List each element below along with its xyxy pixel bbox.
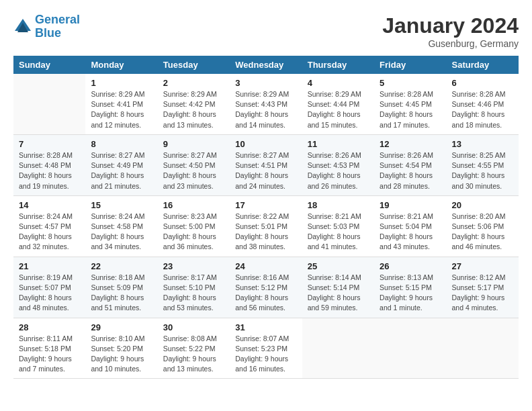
- day-number: 16: [163, 200, 224, 210]
- calendar-cell: 7 Sunrise: 8:28 AMSunset: 4:48 PMDayligh…: [13, 134, 85, 195]
- day-number: 12: [380, 139, 441, 149]
- calendar-cell: 26 Sunrise: 8:13 AMSunset: 5:15 PMDaylig…: [374, 257, 446, 318]
- day-info: Sunrise: 8:26 AMSunset: 4:54 PMDaylight:…: [380, 150, 441, 191]
- day-number: 6: [452, 78, 513, 88]
- day-number: 11: [308, 139, 369, 149]
- day-number: 15: [91, 200, 152, 210]
- calendar-cell: [302, 318, 374, 379]
- logo-text: General Blue: [35, 13, 80, 40]
- calendar-cell: [447, 318, 519, 379]
- day-number: 1: [91, 78, 152, 88]
- day-number: 21: [19, 261, 80, 271]
- weekday-header-sunday: Sunday: [13, 56, 85, 74]
- day-info: Sunrise: 8:27 AMSunset: 4:50 PMDaylight:…: [163, 150, 224, 191]
- calendar-cell: 12 Sunrise: 8:26 AMSunset: 4:54 PMDaylig…: [374, 134, 446, 195]
- day-number: 3: [235, 78, 296, 88]
- week-row-3: 14 Sunrise: 8:24 AMSunset: 4:57 PMDaylig…: [13, 195, 519, 257]
- day-number: 24: [235, 261, 296, 271]
- calendar-cell: 25 Sunrise: 8:14 AMSunset: 5:14 PMDaylig…: [302, 257, 374, 318]
- weekday-header-wednesday: Wednesday: [230, 56, 302, 74]
- calendar-cell: 28 Sunrise: 8:11 AMSunset: 5:18 PMDaylig…: [13, 318, 85, 379]
- location: Gusenburg, Germany: [382, 38, 519, 49]
- day-number: 13: [452, 139, 513, 149]
- day-info: Sunrise: 8:29 AMSunset: 4:44 PMDaylight:…: [308, 89, 369, 130]
- weekday-header-monday: Monday: [85, 56, 157, 74]
- weekday-header-saturday: Saturday: [447, 56, 519, 74]
- day-number: 20: [452, 200, 513, 210]
- calendar-cell: 11 Sunrise: 8:26 AMSunset: 4:53 PMDaylig…: [302, 134, 374, 195]
- calendar-cell: 22 Sunrise: 8:18 AMSunset: 5:09 PMDaylig…: [85, 257, 157, 318]
- day-number: 2: [163, 78, 224, 88]
- calendar-cell: 4 Sunrise: 8:29 AMSunset: 4:44 PMDayligh…: [302, 74, 374, 134]
- calendar-cell: 15 Sunrise: 8:24 AMSunset: 4:58 PMDaylig…: [85, 195, 157, 257]
- day-number: 31: [235, 322, 296, 332]
- day-info: Sunrise: 8:13 AMSunset: 5:15 PMDaylight:…: [380, 273, 441, 314]
- day-number: 7: [19, 139, 80, 149]
- day-number: 10: [235, 139, 296, 149]
- calendar-cell: 27 Sunrise: 8:12 AMSunset: 5:17 PMDaylig…: [447, 257, 519, 318]
- day-number: 26: [380, 261, 441, 271]
- calendar-cell: 29 Sunrise: 8:10 AMSunset: 5:20 PMDaylig…: [85, 318, 157, 379]
- day-info: Sunrise: 8:29 AMSunset: 4:42 PMDaylight:…: [163, 89, 224, 130]
- day-number: 5: [380, 78, 441, 88]
- calendar-cell: 17 Sunrise: 8:22 AMSunset: 5:01 PMDaylig…: [230, 195, 302, 257]
- calendar-cell: 18 Sunrise: 8:21 AMSunset: 5:03 PMDaylig…: [302, 195, 374, 257]
- day-info: Sunrise: 8:19 AMSunset: 5:07 PMDaylight:…: [19, 273, 80, 314]
- calendar-cell: 10 Sunrise: 8:27 AMSunset: 4:51 PMDaylig…: [230, 134, 302, 195]
- week-row-5: 28 Sunrise: 8:11 AMSunset: 5:18 PMDaylig…: [13, 318, 519, 379]
- day-info: Sunrise: 8:21 AMSunset: 5:03 PMDaylight:…: [308, 212, 369, 253]
- day-number: 28: [19, 322, 80, 332]
- day-info: Sunrise: 8:25 AMSunset: 4:55 PMDaylight:…: [452, 150, 513, 191]
- day-info: Sunrise: 8:14 AMSunset: 5:14 PMDaylight:…: [308, 273, 369, 314]
- calendar-cell: [13, 74, 85, 134]
- day-info: Sunrise: 8:21 AMSunset: 5:04 PMDaylight:…: [380, 212, 441, 253]
- calendar-cell: 8 Sunrise: 8:27 AMSunset: 4:49 PMDayligh…: [85, 134, 157, 195]
- day-info: Sunrise: 8:24 AMSunset: 4:57 PMDaylight:…: [19, 212, 80, 253]
- calendar-table: SundayMondayTuesdayWednesdayThursdayFrid…: [13, 56, 519, 379]
- calendar-cell: 19 Sunrise: 8:21 AMSunset: 5:04 PMDaylig…: [374, 195, 446, 257]
- day-info: Sunrise: 8:27 AMSunset: 4:51 PMDaylight:…: [235, 150, 296, 191]
- day-number: 25: [308, 261, 369, 271]
- page-header: General Blue January 2024 Gusenburg, Ger…: [13, 13, 519, 49]
- calendar-cell: 31 Sunrise: 8:07 AMSunset: 5:23 PMDaylig…: [230, 318, 302, 379]
- day-number: 27: [452, 261, 513, 271]
- weekday-header-tuesday: Tuesday: [158, 56, 230, 74]
- week-row-2: 7 Sunrise: 8:28 AMSunset: 4:48 PMDayligh…: [13, 134, 519, 195]
- day-info: Sunrise: 8:11 AMSunset: 5:18 PMDaylight:…: [19, 334, 80, 375]
- day-info: Sunrise: 8:23 AMSunset: 5:00 PMDaylight:…: [163, 212, 224, 253]
- month-title: January 2024: [382, 13, 519, 38]
- day-info: Sunrise: 8:28 AMSunset: 4:48 PMDaylight:…: [19, 150, 80, 191]
- day-info: Sunrise: 8:22 AMSunset: 5:01 PMDaylight:…: [235, 212, 296, 253]
- day-number: 23: [163, 261, 224, 271]
- day-number: 17: [235, 200, 296, 210]
- calendar-cell: 21 Sunrise: 8:19 AMSunset: 5:07 PMDaylig…: [13, 257, 85, 318]
- day-info: Sunrise: 8:29 AMSunset: 4:43 PMDaylight:…: [235, 89, 296, 130]
- calendar-cell: 14 Sunrise: 8:24 AMSunset: 4:57 PMDaylig…: [13, 195, 85, 257]
- weekday-header-friday: Friday: [374, 56, 446, 74]
- day-info: Sunrise: 8:28 AMSunset: 4:46 PMDaylight:…: [452, 89, 513, 130]
- day-info: Sunrise: 8:29 AMSunset: 4:41 PMDaylight:…: [91, 89, 152, 130]
- day-info: Sunrise: 8:10 AMSunset: 5:20 PMDaylight:…: [91, 334, 152, 375]
- day-number: 18: [308, 200, 369, 210]
- calendar-cell: 3 Sunrise: 8:29 AMSunset: 4:43 PMDayligh…: [230, 74, 302, 134]
- day-number: 19: [380, 200, 441, 210]
- day-number: 9: [163, 139, 224, 149]
- week-row-1: 1 Sunrise: 8:29 AMSunset: 4:41 PMDayligh…: [13, 74, 519, 134]
- calendar-cell: [374, 318, 446, 379]
- logo-icon: [13, 17, 32, 36]
- day-info: Sunrise: 8:08 AMSunset: 5:22 PMDaylight:…: [163, 334, 224, 375]
- calendar-cell: 5 Sunrise: 8:28 AMSunset: 4:45 PMDayligh…: [374, 74, 446, 134]
- day-info: Sunrise: 8:28 AMSunset: 4:45 PMDaylight:…: [380, 89, 441, 130]
- calendar-cell: 16 Sunrise: 8:23 AMSunset: 5:00 PMDaylig…: [158, 195, 230, 257]
- day-number: 14: [19, 200, 80, 210]
- calendar-cell: 2 Sunrise: 8:29 AMSunset: 4:42 PMDayligh…: [158, 74, 230, 134]
- day-number: 4: [308, 78, 369, 88]
- day-info: Sunrise: 8:24 AMSunset: 4:58 PMDaylight:…: [91, 212, 152, 253]
- calendar-cell: 13 Sunrise: 8:25 AMSunset: 4:55 PMDaylig…: [447, 134, 519, 195]
- day-info: Sunrise: 8:18 AMSunset: 5:09 PMDaylight:…: [91, 273, 152, 314]
- calendar-cell: 24 Sunrise: 8:16 AMSunset: 5:12 PMDaylig…: [230, 257, 302, 318]
- weekday-header-thursday: Thursday: [302, 56, 374, 74]
- weekday-header-row: SundayMondayTuesdayWednesdayThursdayFrid…: [13, 56, 519, 74]
- day-info: Sunrise: 8:26 AMSunset: 4:53 PMDaylight:…: [308, 150, 369, 191]
- day-number: 30: [163, 322, 224, 332]
